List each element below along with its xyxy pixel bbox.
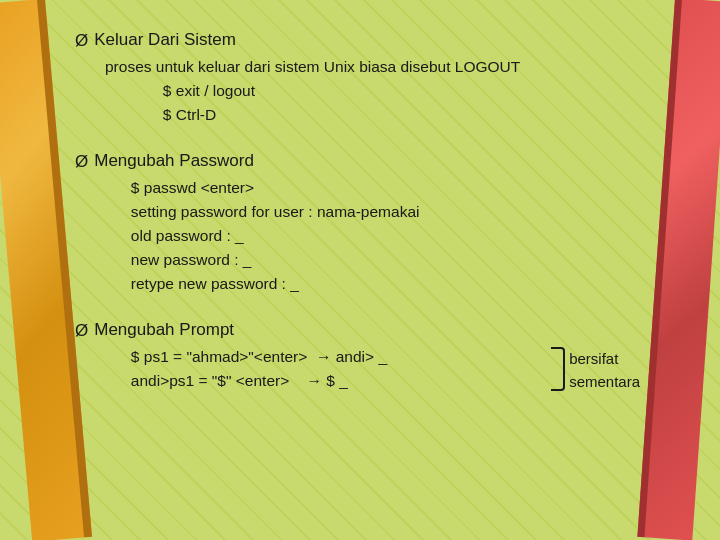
main-content: Ø Keluar Dari Sistem proses untuk keluar… [0, 0, 720, 540]
brace-decoration [551, 347, 565, 391]
prompt-line-2: andi>ps1 = "$" <enter> → $ _ [105, 369, 555, 393]
section-prompt-body: $ ps1 = "ahmad>"<enter> → andi> _ andi>p… [75, 345, 640, 394]
passwd-line-1: $ passwd <enter> [105, 176, 640, 200]
keluar-line-1: proses untuk keluar dari sistem Unix bia… [105, 55, 640, 79]
bersifat-container: bersifat sementara [569, 347, 640, 394]
passwd-line-2: setting password for user : nama-pemakai [105, 200, 640, 224]
keluar-line-2: $ exit / logout [105, 79, 640, 103]
section-keluar-title: Keluar Dari Sistem [94, 28, 236, 52]
prompt-line-1: $ ps1 = "ahmad>"<enter> → andi> _ [105, 345, 555, 369]
keluar-line-3: $ Ctrl-D [105, 103, 640, 127]
section-password: Ø Mengubah Password $ passwd <enter> set… [75, 149, 640, 296]
bersifat-label: bersifat [569, 347, 640, 370]
section-password-body: $ passwd <enter> setting password for us… [75, 176, 640, 296]
section-prompt-title: Mengubah Prompt [94, 318, 234, 342]
section-keluar: Ø Keluar Dari Sistem proses untuk keluar… [75, 28, 640, 127]
prompt-main-lines: $ ps1 = "ahmad>"<enter> → andi> _ andi>p… [105, 345, 555, 393]
bullet-3: Ø [75, 319, 88, 343]
passwd-line-5: retype new password : _ [105, 272, 640, 296]
section-keluar-body: proses untuk keluar dari sistem Unix bia… [75, 55, 640, 127]
passwd-line-4: new password : _ [105, 248, 640, 272]
sementara-label: sementara [569, 370, 640, 393]
bullet-2: Ø [75, 150, 88, 174]
bullet-1: Ø [75, 29, 88, 53]
section-prompt: Ø Mengubah Prompt $ ps1 = "ahmad>"<enter… [75, 318, 640, 393]
passwd-line-3: old password : _ [105, 224, 640, 248]
section-password-title: Mengubah Password [94, 149, 254, 173]
prompt-lines-row: $ ps1 = "ahmad>"<enter> → andi> _ andi>p… [105, 345, 640, 394]
